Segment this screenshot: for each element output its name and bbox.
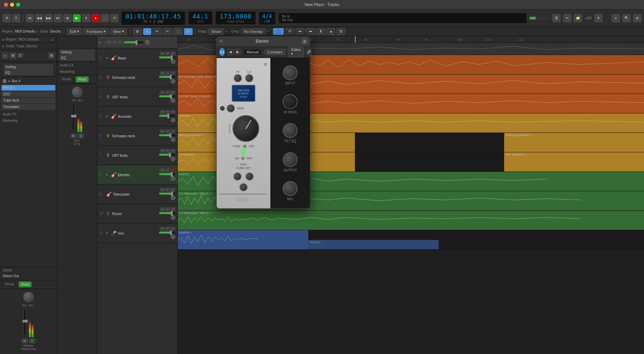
hi-pass-knob[interactable] (283, 94, 298, 109)
master-btn[interactable]: 🎛 (552, 14, 560, 22)
flex-tool-btn[interactable]: F (184, 28, 193, 35)
plugin-prev-btn[interactable]: ◀ (227, 49, 233, 55)
edit-mode-btn[interactable]: ✏ (563, 14, 571, 22)
track-6-m-btn[interactable]: M (160, 130, 165, 133)
bus-name[interactable]: Bus 4 (12, 79, 20, 83)
output-knob[interactable] (283, 152, 298, 167)
drag-value[interactable]: No Overlap (241, 29, 266, 35)
skip-forward-btn[interactable]: ⏭ (54, 14, 62, 22)
tremolator-plugin[interactable]: Tremolator (1, 104, 55, 110)
track-5-r-btn[interactable]: R (171, 110, 175, 114)
track-8-fader-thumb[interactable] (171, 172, 173, 177)
cpu-btn[interactable]: ⏱ (12, 14, 20, 22)
track-1-expand[interactable]: ▸ (99, 40, 103, 44)
region-arrow-up[interactable]: ▲ (51, 38, 54, 41)
solo-btn[interactable]: S (29, 339, 35, 343)
track-3-fader[interactable] (159, 75, 175, 78)
traffic-lights[interactable] (4, 3, 20, 7)
rec-btn[interactable]: ● (327, 28, 335, 35)
track-8-fader[interactable] (159, 173, 175, 175)
settings-btn[interactable]: ⚙ (3, 14, 11, 22)
read-btn[interactable]: Read (19, 282, 32, 287)
eq-plugin[interactable]: EQ (3, 70, 53, 75)
track-options-btn[interactable]: ⊞ (48, 53, 55, 59)
setting-plugin[interactable]: Setting (3, 64, 53, 70)
record-btn[interactable]: ● (92, 14, 100, 22)
track-7-output-btn[interactable] (171, 157, 175, 161)
bounce-btn[interactable]: ⬆ (594, 14, 602, 22)
plugin-next-btn[interactable]: ▶ (235, 49, 241, 55)
track-9-r-btn[interactable]: R (171, 188, 175, 192)
track-11-fader-thumb[interactable] (170, 231, 172, 235)
track-4-s-btn[interactable]: S (165, 91, 170, 94)
browse-btn[interactable]: 📁 (574, 14, 582, 22)
right-pan-knob[interactable] (72, 87, 83, 97)
audio-btn[interactable]: 🎵 (273, 28, 284, 35)
track-11-expand[interactable]: ▾ (106, 231, 109, 235)
plugin-maximize-btn[interactable]: ⊞ (302, 39, 307, 44)
track-8-output-btn[interactable] (171, 176, 175, 181)
snap-value[interactable]: Smart (208, 29, 224, 35)
track-1-r-btn[interactable]: R (117, 40, 122, 44)
search-btn[interactable]: 🔍 (623, 14, 631, 22)
more-btn[interactable]: ⊞ (633, 14, 641, 22)
skip-back-btn[interactable]: ⏮ (26, 14, 34, 22)
scissors-tool-btn[interactable]: ✂ (163, 28, 172, 35)
input-knob[interactable] (283, 65, 298, 80)
minimize-button[interactable] (10, 3, 14, 7)
channel-fader[interactable] (23, 309, 26, 336)
track-3-m-btn[interactable]: M (160, 71, 165, 75)
track-7-s-btn[interactable]: S (165, 149, 170, 153)
track-8-r-btn[interactable]: R (171, 168, 175, 172)
right-fader-thumb[interactable] (71, 115, 76, 117)
plugin-editor-btn[interactable]: Editor ▾ (288, 47, 304, 57)
track-7-fader[interactable] (159, 153, 175, 156)
right-setting-plugin[interactable]: Setting (59, 49, 95, 55)
track-10-fader[interactable] (159, 212, 175, 214)
track-6-r-btn[interactable]: R (171, 130, 175, 133)
on-off-switch[interactable] (241, 157, 245, 160)
right-eq-plugin[interactable]: EQ (59, 55, 95, 61)
track-7-m-btn[interactable]: M (160, 149, 165, 153)
track-1-output-btn[interactable] (145, 40, 150, 45)
track-9-output-btn[interactable] (171, 196, 175, 200)
track-4-r-btn[interactable]: R (171, 91, 175, 94)
time-display[interactable]: 01:01:48:17.45 79 2 2 169 (121, 11, 185, 25)
track-8-m-btn[interactable]: M (160, 168, 165, 172)
track-1-fader[interactable] (123, 41, 144, 44)
track-11-m-btn[interactable]: M (160, 227, 165, 231)
snap-chevron[interactable]: ▾ (225, 29, 227, 34)
track-7-r-btn[interactable]: R (171, 149, 175, 153)
tempo-display[interactable]: 173,0000 Keep Tempo (215, 11, 256, 25)
track-2-fader[interactable] (159, 56, 175, 59)
mix-knob[interactable] (283, 181, 298, 196)
loop-tool-btn[interactable]: ↺ (285, 28, 294, 35)
content-row-10[interactable]: 3 ∂ Telecaster: Take 3 ○ (178, 211, 644, 230)
track-5-fader-thumb[interactable] (167, 114, 169, 118)
track-10-region[interactable]: 3 ∂ Telecaster: Take 3 ○ (178, 211, 644, 230)
track-6-region-b[interactable]: Schoeps neck#07.1 ○ (504, 133, 644, 152)
track-7-fader-thumb[interactable] (169, 153, 171, 157)
track-1-s-btn[interactable]: S (112, 40, 117, 44)
stop-btn[interactable]: ■ (63, 14, 71, 22)
right-group-btn[interactable]: Group (60, 77, 73, 82)
hi-knob[interactable] (234, 74, 242, 82)
track-3-s-btn[interactable]: S (165, 71, 170, 75)
pause-btn[interactable]: ⏸ (82, 14, 90, 22)
track-expand-icon[interactable]: ▸ (3, 44, 4, 48)
track-7-region-b[interactable]: U87 body#07.1 ○ (504, 152, 644, 171)
proq2-plugin[interactable]: Pro-Q 2 (1, 85, 55, 91)
track-11-region-2[interactable]: Vox#20 ○ (308, 240, 439, 250)
nrm-knob[interactable] (227, 104, 235, 112)
list-btn[interactable]: ≡ (612, 14, 620, 22)
list-view-btn[interactable]: ≡ (143, 28, 151, 35)
track-11-fader[interactable] (159, 231, 175, 234)
plugin-power-btn[interactable]: ⏻ (219, 48, 225, 56)
bottom-center-knob[interactable] (239, 183, 248, 191)
close-button[interactable] (4, 3, 8, 7)
track-11-s-btn[interactable]: S (165, 227, 170, 231)
add-track-btn[interactable]: + (2, 53, 8, 59)
track-2-r-btn[interactable]: R (171, 52, 175, 55)
track-5-output-btn[interactable] (171, 118, 175, 122)
track-3-r-btn[interactable]: R (171, 71, 175, 75)
